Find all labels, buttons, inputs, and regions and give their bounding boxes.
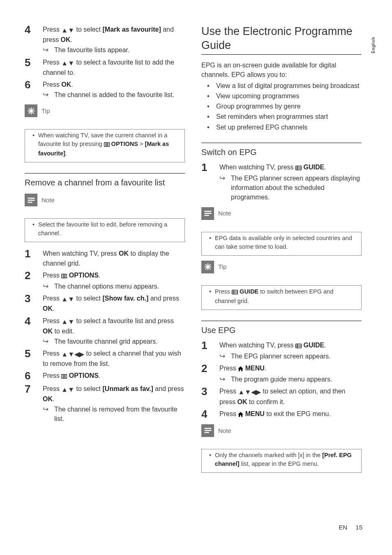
note-label: Note bbox=[218, 209, 231, 218]
text: . bbox=[99, 372, 100, 379]
step-result: The EPG planner screen appears displayin… bbox=[219, 173, 362, 202]
text: Press bbox=[43, 295, 61, 302]
steps-switch-on: 1 When watching TV, press GUIDE. The EPG… bbox=[201, 162, 362, 202]
options-icon bbox=[61, 271, 67, 281]
up-down-icon: ▲▼ bbox=[61, 385, 74, 394]
up-down-icon: ▲▼ bbox=[61, 25, 74, 35]
tip-label: Tip bbox=[42, 106, 50, 116]
text: to confirm it. bbox=[247, 398, 285, 405]
language-tab: English bbox=[371, 37, 377, 53]
note-box: Note Select the favourite list to edit, … bbox=[25, 200, 185, 242]
tip-item: When watching TV, save the current chann… bbox=[32, 131, 179, 158]
text: Press bbox=[43, 81, 61, 88]
step-1: 1 When watching TV, press OK to display … bbox=[25, 249, 185, 268]
heading-remove-favourite: Remove a channel from a favourite list bbox=[25, 173, 185, 189]
step-number: 3 bbox=[201, 384, 207, 400]
list-item: Set up preferred EPG channels bbox=[201, 123, 362, 132]
step-number: 3 bbox=[25, 291, 30, 307]
bold-text: OK bbox=[61, 36, 71, 43]
text: Press bbox=[43, 385, 61, 392]
step-number: 4 bbox=[25, 314, 30, 329]
home-icon bbox=[238, 410, 243, 419]
bold-text: GUIDE bbox=[302, 342, 324, 349]
text: to select bbox=[74, 385, 102, 392]
guide-icon bbox=[295, 341, 302, 351]
text: list, appear in the EPG menu. bbox=[240, 460, 319, 467]
epg-features-list: View a list of digital programmes being … bbox=[201, 81, 362, 132]
text: Press bbox=[219, 365, 238, 372]
tip-label: Tip bbox=[218, 262, 226, 271]
step-4: 4 Press ▲▼ to select [Mark as favourite]… bbox=[25, 25, 185, 55]
bold-text: GUIDE bbox=[302, 164, 324, 171]
step-3: 3 Press ▲▼◀▶ to select an option, and th… bbox=[201, 386, 362, 406]
bold-text: OPTIONS bbox=[67, 272, 98, 279]
steps-add-favourite: 4 Press ▲▼ to select [Mark as favourite]… bbox=[25, 25, 185, 99]
text: Press bbox=[43, 372, 61, 379]
up-down-icon: ▲▼ bbox=[61, 317, 74, 326]
text: . bbox=[99, 272, 100, 279]
step-result: The channel options menu appears. bbox=[43, 282, 185, 291]
step-result: The EPG planner screen appears. bbox=[219, 352, 362, 361]
step-result: The favourite lists appear. bbox=[43, 45, 185, 55]
svg-rect-34 bbox=[232, 290, 238, 294]
left-column: 4 Press ▲▼ to select [Mark as favourite]… bbox=[25, 25, 185, 479]
note-box: Note Only the channels marked with [x] i… bbox=[201, 431, 362, 473]
nav-arrows-icon: ▲▼◀▶ bbox=[61, 349, 84, 359]
tip-item: Press GUIDE to switch between EPG and ch… bbox=[209, 287, 355, 305]
bold-text: MENU bbox=[243, 365, 265, 372]
options-icon bbox=[104, 141, 110, 149]
text: When watching TV, press bbox=[219, 164, 295, 171]
step-2: 2 Press MENU. The program guide menu app… bbox=[201, 363, 362, 384]
footer-page: 15 bbox=[355, 524, 362, 531]
text: Press bbox=[43, 317, 61, 324]
bold-text: OPTIONS bbox=[110, 141, 138, 147]
step-result: The channel is removed from the favourit… bbox=[43, 405, 185, 423]
note-item: Select the favourite list to edit, befor… bbox=[32, 220, 179, 238]
bold-text: MENU bbox=[243, 410, 265, 417]
text: Press bbox=[43, 350, 61, 357]
step-number: 4 bbox=[25, 22, 30, 38]
step-number: 5 bbox=[25, 55, 30, 71]
step-number: 1 bbox=[201, 338, 207, 354]
step-5: 5 Press ▲▼ to select a favourite list to… bbox=[25, 58, 185, 77]
heading-use-epg: Use EPG bbox=[201, 321, 362, 336]
list-item: View upcoming programmes bbox=[201, 91, 362, 101]
step-1: 1 When watching TV, press GUIDE. The EPG… bbox=[201, 340, 362, 361]
text: . bbox=[265, 365, 266, 372]
steps-use-epg: 1 When watching TV, press GUIDE. The EPG… bbox=[201, 340, 362, 419]
text: . bbox=[53, 395, 54, 402]
intro-text: EPG is an on-screen guide available for … bbox=[201, 60, 362, 79]
step-2: 2 Press OPTIONS. The channel options men… bbox=[25, 271, 185, 291]
step-5: 5 Press ▲▼◀▶ to select a channel that yo… bbox=[25, 349, 185, 368]
bold-text: OK bbox=[43, 305, 53, 312]
step-number: 2 bbox=[25, 268, 30, 284]
asterisk-icon bbox=[201, 261, 214, 273]
step-number: 7 bbox=[25, 382, 30, 397]
step-6: 6 Press OK. The channel is added to the … bbox=[25, 80, 185, 99]
step-4: 4 Press ▲▼ to select a favourite list an… bbox=[25, 316, 185, 347]
tip-box: Tip When watching TV, save the current c… bbox=[25, 111, 185, 162]
footer-lang: EN bbox=[339, 524, 347, 531]
list-item: Set reminders when programmes start bbox=[201, 112, 362, 121]
step-number: 2 bbox=[201, 361, 207, 377]
text: to select bbox=[74, 295, 102, 302]
bold-text: OK bbox=[43, 328, 53, 335]
note-item: EPG data is available only in selected c… bbox=[209, 234, 355, 251]
step-7: 7 Press ▲▼ to select [Unmark as fav.] an… bbox=[25, 384, 185, 424]
up-down-icon: ▲▼ bbox=[61, 294, 74, 304]
bold-text: GUIDE bbox=[238, 288, 258, 295]
note-icon bbox=[201, 424, 214, 437]
note-label: Note bbox=[218, 426, 231, 435]
up-down-icon: ▲▼ bbox=[61, 58, 74, 68]
note-icon bbox=[201, 207, 214, 220]
options-icon bbox=[61, 372, 67, 381]
step-4: 4 Press MENU to exit the EPG menu. bbox=[201, 409, 362, 419]
bold-text: OK bbox=[61, 81, 71, 88]
text: Only the channels marked with [x] in the bbox=[215, 452, 322, 458]
svg-rect-23 bbox=[295, 166, 301, 170]
list-item: View a list of digital programmes being … bbox=[201, 81, 362, 90]
text: When watching TV, press bbox=[43, 250, 119, 257]
text: . bbox=[324, 342, 326, 349]
step-number: 5 bbox=[25, 346, 30, 362]
bold-text: OPTIONS bbox=[67, 372, 98, 379]
